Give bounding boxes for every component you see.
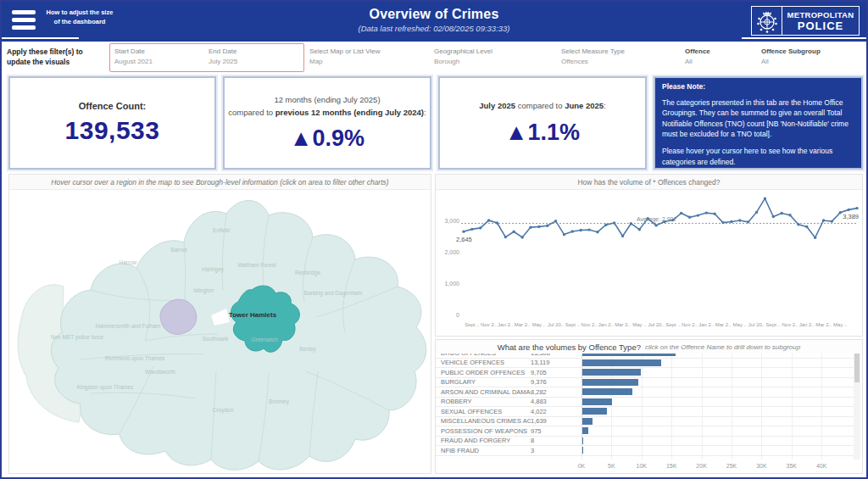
offence-bar[interactable] [582, 437, 583, 444]
x-axis-tick: Nov 2.. [682, 322, 698, 327]
offence-count-cell: 975 [531, 427, 581, 435]
offence-bar[interactable] [582, 354, 676, 356]
data-point[interactable] [513, 231, 515, 233]
data-point[interactable] [563, 233, 565, 236]
data-point[interactable] [814, 237, 816, 239]
x-axis-tick: Mar 2.. [515, 322, 531, 327]
filter-offence-subgroup[interactable]: Offence SubgroupAll [761, 47, 821, 65]
offence-type-label[interactable]: ARSON AND CRIMINAL DAMAGE [436, 388, 531, 396]
data-point[interactable] [487, 219, 490, 221]
please-note-box[interactable]: Please Note: The categories presented in… [654, 76, 863, 170]
data-point[interactable] [529, 226, 531, 228]
data-point[interactable] [839, 211, 842, 214]
offence-type-label[interactable]: NFIB FRAUD [436, 447, 531, 454]
x-axis-tick: Jan 2.. [598, 322, 614, 327]
offence-count-cell: 9,376 [531, 378, 581, 386]
filter-measure-type[interactable]: Select Measure TypeOffences [561, 47, 625, 65]
data-point[interactable] [847, 209, 849, 211]
filter-geographical-level[interactable]: Geographical LevelBorough [434, 47, 492, 65]
data-point[interactable] [738, 219, 741, 221]
data-point[interactable] [713, 213, 715, 215]
offence-bar[interactable] [582, 359, 661, 366]
offence-type-label[interactable]: PUBLIC ORDER OFFENCES [436, 369, 531, 376]
offence-bar[interactable] [582, 379, 638, 386]
data-point[interactable] [680, 212, 682, 214]
line-chart[interactable]: 3,0002,0001,0000Average: 2,9072,6453,389… [436, 190, 862, 336]
offence-type-label[interactable]: ROBBERY [436, 398, 531, 405]
data-point[interactable] [496, 221, 498, 224]
offence-bar[interactable] [582, 398, 612, 405]
offence-bar[interactable] [582, 369, 641, 376]
map-region-westminster[interactable] [160, 299, 197, 334]
data-point[interactable] [537, 226, 540, 228]
data-point[interactable] [671, 219, 674, 221]
data-point[interactable] [462, 230, 465, 232]
data-point[interactable] [621, 235, 624, 237]
offence-count-cell: 1,639 [531, 417, 581, 425]
x-axis-tick: May .. [833, 322, 848, 327]
offence-type-label[interactable]: BURGLARY [436, 378, 531, 386]
data-point[interactable] [663, 220, 665, 223]
scrollbar-thumb[interactable] [854, 354, 860, 382]
offence-type-label[interactable]: DRUG OFFENCES [436, 354, 531, 357]
offence-type-label[interactable]: POSSESSION OF WEAPONS [436, 427, 531, 435]
data-point[interactable] [797, 223, 799, 226]
bar-row: FRAUD AND FORGERY8 [436, 437, 854, 447]
data-point[interactable] [755, 211, 758, 214]
data-point[interactable] [688, 216, 691, 219]
data-point[interactable] [822, 219, 825, 221]
offence-type-label[interactable]: SEXUAL OFFENCES [436, 408, 531, 415]
data-point[interactable] [764, 197, 766, 199]
x-axis-tick: Jan 2.. [698, 322, 714, 327]
data-point[interactable] [638, 228, 641, 231]
data-point[interactable] [520, 236, 523, 238]
data-point[interactable] [654, 224, 657, 226]
data-point[interactable] [805, 226, 808, 228]
data-point[interactable] [705, 211, 708, 214]
note-paragraph-1: The categories presented in this tab are… [662, 97, 854, 139]
filter-end-date[interactable]: End DateJuly 2025 [209, 47, 237, 65]
london-borough-map[interactable]: EnfieldBarnetHarrowHaringeyWaltham Fores… [9, 190, 431, 473]
offence-bar[interactable] [582, 408, 607, 415]
data-point[interactable] [721, 221, 724, 224]
data-point[interactable] [772, 215, 775, 218]
filter-map-list-view[interactable]: Select Map or List ViewMap [309, 47, 380, 65]
borough-label: Haringey [202, 266, 225, 273]
offence-bar[interactable] [582, 418, 593, 425]
data-point[interactable] [470, 228, 473, 231]
data-point[interactable] [831, 220, 833, 222]
kpi-monthly-change: July 2025 compared to June 2025: ▲1.1% [438, 76, 647, 170]
filter-offence[interactable]: OffenceAll [685, 47, 710, 65]
offence-bar[interactable] [582, 427, 588, 434]
offence-count-cell: 8 [531, 437, 581, 444]
offence-type-label[interactable]: VEHICLE OFFENCES [436, 359, 531, 366]
data-point[interactable] [571, 230, 574, 232]
x-axis-tick: May .. [733, 322, 748, 327]
data-point[interactable] [604, 223, 607, 226]
borough-label: Greenwich [251, 337, 277, 343]
offence-bar[interactable] [582, 388, 632, 395]
bar-chart-scrollbar[interactable] [854, 354, 860, 460]
data-point[interactable] [596, 231, 598, 233]
data-point[interactable] [630, 222, 632, 225]
filter-start-date[interactable]: Start DateAugust 2021 [114, 47, 153, 65]
data-point[interactable] [587, 228, 590, 231]
data-point[interactable] [747, 220, 749, 223]
offence-bar[interactable] [582, 447, 583, 454]
page-title: Overview of Crimes [2, 7, 866, 22]
data-point[interactable] [479, 226, 481, 229]
data-point[interactable] [855, 207, 858, 209]
data-point[interactable] [788, 214, 791, 216]
data-point[interactable] [646, 217, 648, 220]
data-point[interactable] [546, 225, 548, 227]
data-point[interactable] [613, 221, 615, 224]
data-point[interactable] [730, 220, 732, 223]
data-point[interactable] [554, 220, 557, 222]
data-point[interactable] [580, 229, 582, 231]
data-point[interactable] [780, 212, 782, 214]
header: How to adjust the size of the dashboard … [2, 2, 866, 42]
offence-type-label[interactable]: FRAUD AND FORGERY [436, 437, 531, 444]
offence-type-label[interactable]: MISCELLANEOUS CRIMES AGAINST SOCI.. [436, 417, 531, 425]
data-point[interactable] [697, 214, 699, 216]
data-point[interactable] [504, 236, 507, 238]
